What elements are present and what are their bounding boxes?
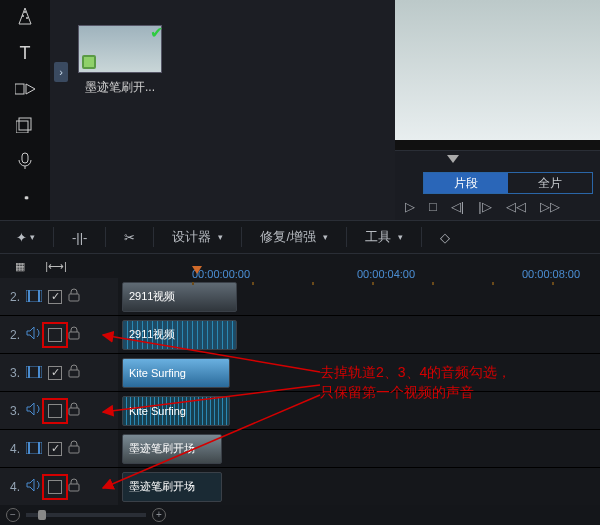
svg-point-1 [22,15,24,17]
track-row: 4.墨迹笔刷开场 [0,430,600,468]
lock-icon[interactable] [68,288,80,305]
timeline-clip[interactable]: 墨迹笔刷开场 [122,472,222,502]
check-icon: ✔ [150,23,163,42]
track-row: 2.2911视频 [0,316,600,354]
media-thumbnail[interactable]: ✔ 墨迹笔刷开... [78,25,162,96]
audio-track-icon[interactable] [26,478,42,495]
transition-icon[interactable] [11,77,39,101]
mic-icon[interactable] [11,149,39,173]
svg-rect-4 [19,118,31,130]
clip-label: 2911视频 [129,327,175,342]
lock-icon[interactable] [68,440,80,457]
track-index: 4. [4,480,20,494]
wand-icon[interactable]: ✦▾ [10,228,41,247]
designer-menu[interactable]: 设计器 [166,226,229,248]
track-header: 2. [0,278,118,315]
track-index: 4. [4,442,20,456]
timeline-clip[interactable]: Kite Surfing [122,396,230,426]
track-index: 3. [4,404,20,418]
track-index: 2. [4,328,20,342]
text-tool-icon[interactable]: T [11,41,39,65]
timeline-clip[interactable]: Kite Surfing [122,358,230,388]
clip-label: Kite Surfing [129,367,186,379]
svg-rect-3 [15,84,24,94]
prev-frame-icon[interactable]: ◁| [451,199,464,214]
track-enable-checkbox[interactable] [48,480,62,494]
track-header: 4. [0,468,118,505]
preview-scrubber[interactable] [395,151,600,168]
video-track-icon[interactable] [26,441,42,457]
svg-rect-11 [69,332,79,339]
annotation-text: 去掉轨道2、3、4的音频勾选， 只保留第一个视频的声音 [320,362,511,402]
preview-viewport[interactable] [395,0,600,140]
particle-icon[interactable] [11,5,39,29]
audio-track-icon[interactable] [26,402,42,419]
overlay-room-icon[interactable] [11,113,39,137]
svg-rect-21 [69,484,79,491]
snap-toggle-icon[interactable]: -||- [66,228,93,247]
track-header: 3. [0,354,118,391]
track-lane[interactable]: 2911视频 [118,316,600,353]
svg-point-2 [26,17,28,19]
track-enable-checkbox[interactable] [48,404,62,418]
timeline-toolbar: ▦ |⟷| 00:00:00:00 00:00:04:00 00:00:08:0… [0,254,600,278]
timeline-clip[interactable]: 2911视频 [122,282,237,312]
lock-icon[interactable] [68,402,80,419]
tab-segment[interactable]: 片段 [424,173,508,193]
tools-menu[interactable]: 工具 [359,226,409,248]
playhead-marker[interactable] [192,266,202,274]
track-header: 3. [0,392,118,429]
zoom-out-button[interactable]: − [6,508,20,522]
svg-rect-20 [69,446,79,453]
skip-fwd-icon[interactable]: ▷▷ [540,199,560,214]
ruler-tick: 00:00:04:00 [357,268,415,280]
zoom-in-button[interactable]: + [152,508,166,522]
svg-point-0 [24,11,26,13]
lock-icon[interactable] [68,364,80,381]
svg-rect-6 [22,153,28,163]
svg-rect-19 [38,442,40,454]
clip-label: Kite Surfing [129,405,186,417]
clip-label: 墨迹笔刷开场 [129,479,195,494]
timeline-clip[interactable]: 2911视频 [122,320,237,350]
view-mode-track-icon[interactable]: |⟷| [38,260,74,273]
svg-rect-13 [28,366,30,378]
video-track-icon[interactable] [26,289,42,305]
zoom-slider[interactable] [26,513,146,517]
clip-label: 2911视频 [129,289,175,304]
svg-rect-10 [69,294,79,301]
track-enable-checkbox[interactable] [48,366,62,380]
preview-time-ruler[interactable] [395,140,600,151]
tab-full[interactable]: 全片 [508,173,592,193]
track-enable-checkbox[interactable] [48,290,62,304]
svg-rect-9 [38,290,40,302]
thumbnail-label: 墨迹笔刷开... [78,79,162,96]
track-enable-checkbox[interactable] [48,328,62,342]
lock-icon[interactable] [68,478,80,495]
next-frame-icon[interactable]: |▷ [478,199,491,214]
track-enable-checkbox[interactable] [48,442,62,456]
track-index: 3. [4,366,20,380]
svg-rect-18 [28,442,30,454]
video-track-icon[interactable] [26,365,42,381]
svg-rect-15 [69,370,79,377]
audio-track-icon[interactable] [26,326,42,343]
more-tools-icon[interactable]: ▪▪▪ [11,185,39,209]
svg-rect-5 [16,121,28,133]
lock-icon[interactable] [68,326,80,343]
track-lane[interactable]: 墨迹笔刷开场 [118,468,600,505]
cut-icon[interactable]: ✂ [118,228,141,247]
fix-enhance-menu[interactable]: 修复/增强 [254,226,334,248]
track-lane[interactable]: 墨迹笔刷开场 [118,430,600,467]
svg-rect-14 [38,366,40,378]
track-header: 2. [0,316,118,353]
track-index: 2. [4,290,20,304]
play-icon[interactable]: ▷ [405,199,415,214]
svg-rect-16 [69,408,79,415]
keyframe-icon[interactable]: ◇ [434,228,456,247]
stop-icon[interactable]: □ [429,199,437,214]
timeline-clip[interactable]: 墨迹笔刷开场 [122,434,222,464]
skip-back-icon[interactable]: ◁◁ [506,199,526,214]
view-mode-grid-icon[interactable]: ▦ [2,260,38,273]
collapse-panel-button[interactable]: › [54,62,68,82]
